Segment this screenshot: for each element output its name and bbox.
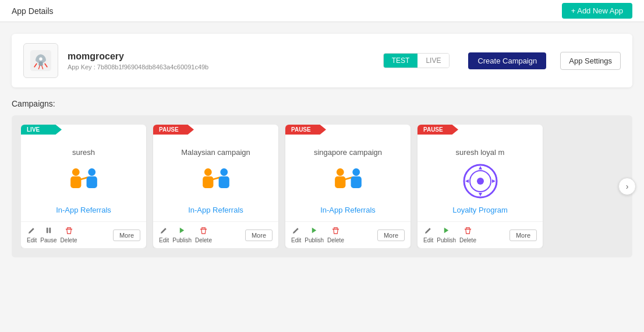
add-new-app-button[interactable]: + Add New App xyxy=(562,3,632,19)
delete-icon xyxy=(65,227,73,236)
page-title: App Details xyxy=(12,6,54,16)
action-label: Pause xyxy=(40,237,56,243)
svg-rect-15 xyxy=(218,176,229,188)
campaign-badge: LIVE xyxy=(21,125,62,135)
svg-marker-16 xyxy=(180,228,184,233)
action-edit[interactable]: Edit xyxy=(423,227,433,243)
campaign-badge: PAUSE xyxy=(417,125,458,135)
app-header: momgrocery App Key : 7b808b1f969048db846… xyxy=(23,43,621,78)
more-button[interactable]: More xyxy=(113,229,140,241)
campaign-body: suresh In-App Referrals xyxy=(21,125,146,221)
campaign-type: In-App Referrals xyxy=(28,206,139,214)
publish-icon xyxy=(310,227,318,236)
app-name: momgrocery xyxy=(68,51,374,62)
action-publish[interactable]: Publish xyxy=(305,227,324,243)
svg-point-6 xyxy=(88,168,95,176)
campaign-actions: EditPublishDeleteMore xyxy=(153,221,278,248)
action-edit[interactable]: Edit xyxy=(291,227,301,243)
action-label: Delete xyxy=(459,237,476,243)
campaign-actions: EditPauseDeleteMore xyxy=(21,221,146,248)
pause-icon xyxy=(45,227,52,236)
action-label: Publish xyxy=(437,237,456,243)
live-toggle-btn[interactable]: LIVE xyxy=(417,54,449,68)
action-label: Edit xyxy=(159,237,169,243)
action-edit[interactable]: Edit xyxy=(159,227,169,243)
svg-marker-23 xyxy=(312,228,316,233)
campaign-icon xyxy=(197,163,235,200)
campaign-type: Loyalty Program xyxy=(424,206,536,214)
campaign-badge: PAUSE xyxy=(153,125,194,135)
edit-icon xyxy=(28,227,36,236)
next-arrow[interactable]: › xyxy=(618,178,636,195)
campaigns-section: Campaigns: LIVEsuresh In-App ReferralsEd… xyxy=(12,99,632,257)
test-live-toggle[interactable]: TEST LIVE xyxy=(383,53,450,68)
action-label: Edit xyxy=(291,237,301,243)
action-label: Publish xyxy=(172,237,192,243)
campaigns-grid: LIVEsuresh In-App ReferralsEditPauseDele… xyxy=(21,125,623,248)
campaign-card: LIVEsuresh In-App ReferralsEditPauseDele… xyxy=(21,125,146,248)
svg-rect-8 xyxy=(47,228,48,233)
campaign-name: suresh xyxy=(28,148,139,157)
svg-line-5 xyxy=(80,177,87,179)
campaign-name: Malaysian campaign xyxy=(160,148,271,157)
edit-icon xyxy=(424,227,432,236)
campaign-badge: PAUSE xyxy=(285,125,326,135)
svg-point-27 xyxy=(477,178,484,185)
campaign-actions: EditPublishDeleteMore xyxy=(417,221,543,248)
svg-rect-22 xyxy=(351,176,361,188)
svg-point-11 xyxy=(204,168,211,176)
action-label: Delete xyxy=(327,237,344,243)
svg-point-21 xyxy=(352,168,360,176)
svg-rect-12 xyxy=(203,176,213,188)
action-label: Edit xyxy=(423,237,433,243)
svg-rect-19 xyxy=(335,176,345,188)
campaigns-wrapper: LIVEsuresh In-App ReferralsEditPauseDele… xyxy=(12,115,632,257)
app-key: App Key : 7b808b1f969048db8463a4c60091c4… xyxy=(68,63,374,70)
action-delete[interactable]: Delete xyxy=(327,227,344,243)
campaign-type: In-App Referrals xyxy=(292,206,404,214)
action-delete[interactable]: Delete xyxy=(459,227,476,243)
svg-point-18 xyxy=(336,168,344,176)
create-campaign-button[interactable]: Create Campaign xyxy=(468,52,546,69)
campaign-card: PAUSEsuresh loyal m Loyalty ProgramEditP… xyxy=(417,125,543,248)
action-label: Delete xyxy=(195,237,212,243)
action-label: Edit xyxy=(27,237,37,243)
action-pause[interactable]: Pause xyxy=(40,227,56,243)
app-info: momgrocery App Key : 7b808b1f969048db846… xyxy=(68,51,374,70)
rocket-icon xyxy=(30,50,51,71)
campaign-type: In-App Referrals xyxy=(160,206,271,214)
app-icon xyxy=(23,43,58,78)
svg-point-3 xyxy=(72,168,79,176)
svg-point-2 xyxy=(39,58,42,61)
app-settings-button[interactable]: App Settings xyxy=(560,52,621,70)
edit-icon xyxy=(292,227,300,236)
action-publish[interactable]: Publish xyxy=(172,227,192,243)
svg-marker-28 xyxy=(444,228,448,233)
campaign-icon xyxy=(462,163,499,200)
edit-icon xyxy=(160,227,168,236)
more-button[interactable]: More xyxy=(509,229,537,241)
action-edit[interactable]: Edit xyxy=(27,227,37,243)
action-label: Delete xyxy=(61,237,77,243)
campaign-body: Malaysian campaign In-App Referrals xyxy=(153,125,278,221)
campaign-name: singapore campaign xyxy=(292,148,404,157)
delete-icon xyxy=(332,227,339,236)
svg-rect-1 xyxy=(38,62,43,66)
action-publish[interactable]: Publish xyxy=(437,227,456,243)
top-bar: App Details + Add New App xyxy=(0,0,644,22)
test-toggle-btn[interactable]: TEST xyxy=(384,54,418,68)
campaign-name: suresh loyal m xyxy=(424,148,536,157)
svg-rect-4 xyxy=(70,176,81,188)
delete-icon xyxy=(464,227,472,236)
campaign-icon xyxy=(330,163,367,200)
campaign-card: PAUSEMalaysian campaign In-App Referrals… xyxy=(153,125,278,248)
delete-icon xyxy=(200,227,207,236)
svg-line-20 xyxy=(344,177,352,179)
campaigns-label: Campaigns: xyxy=(12,99,632,108)
action-delete[interactable]: Delete xyxy=(195,227,212,243)
action-label: Publish xyxy=(305,237,324,243)
more-button[interactable]: More xyxy=(245,229,273,241)
publish-icon xyxy=(178,227,186,236)
more-button[interactable]: More xyxy=(377,229,405,241)
action-delete[interactable]: Delete xyxy=(61,227,77,243)
